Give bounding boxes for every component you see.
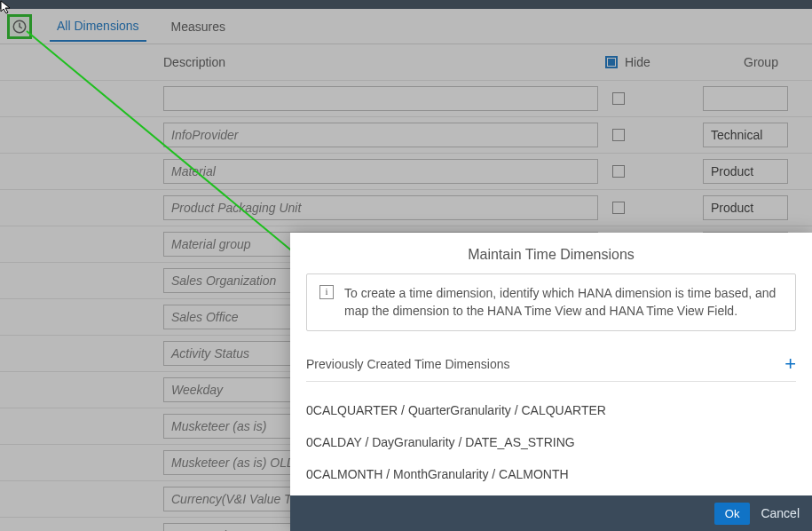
dialog-footer: Ok Cancel [290, 495, 812, 531]
group-select[interactable]: Technical [703, 123, 788, 147]
description-input[interactable]: InfoProvider [163, 123, 598, 147]
info-message: i To create a time dimension, identify w… [306, 273, 796, 331]
cancel-button[interactable]: Cancel [761, 506, 800, 520]
maintain-time-dimensions-dialog: Maintain Time Dimensions i To create a t… [290, 233, 812, 531]
column-header-hide-label: Hide [625, 55, 650, 69]
add-time-dimension-button[interactable]: + [784, 354, 796, 374]
tab-measures[interactable]: Measures [164, 12, 233, 41]
time-dimension-button[interactable] [7, 14, 32, 39]
dialog-title: Maintain Time Dimensions [290, 233, 812, 273]
window-titlebar [0, 0, 812, 9]
table-row: Product Packaging Unit Product [0, 189, 812, 226]
ok-button[interactable]: Ok [714, 503, 751, 525]
column-header-group: Group [710, 55, 812, 69]
group-select[interactable] [703, 86, 788, 111]
list-item[interactable]: 0CALQUARTER / QuarterGranularity / CALQU… [306, 394, 796, 426]
table-row: Material Product [0, 153, 812, 189]
table-row: InfoProvider Technical [0, 116, 812, 153]
app-root: All Dimensions Measures Description Hide… [0, 0, 812, 531]
description-input[interactable]: Material [163, 159, 598, 184]
hide-checkbox[interactable] [612, 92, 625, 105]
list-item[interactable]: 0CALDAY / DayGranularity / DATE_AS_STRIN… [306, 426, 796, 458]
description-input[interactable] [163, 86, 598, 111]
list-item[interactable]: 0CALMONTH / MonthGranularity / CALMONTH [306, 458, 796, 490]
column-header-hide[interactable]: Hide [605, 55, 710, 69]
description-input[interactable]: Product Packaging Unit [163, 195, 598, 220]
time-dimensions-list: 0CALQUARTER / QuarterGranularity / CALQU… [290, 391, 812, 494]
group-select[interactable]: Product [703, 159, 788, 184]
info-text: To create a time dimension, identify whi… [344, 285, 783, 320]
hide-checkbox[interactable] [612, 202, 625, 214]
group-select[interactable]: Product [703, 195, 788, 220]
section-label: Previously Created Time Dimensions [306, 357, 510, 371]
hide-all-checkbox[interactable] [605, 56, 618, 68]
hide-checkbox[interactable] [612, 129, 625, 141]
tabs-row: All Dimensions Measures [0, 9, 812, 44]
table-row [0, 80, 812, 116]
column-headers: Description Hide Group [0, 44, 812, 80]
info-icon: i [319, 285, 334, 299]
tab-all-dimensions[interactable]: All Dimensions [50, 12, 146, 42]
clock-icon [12, 19, 28, 35]
hide-checkbox[interactable] [612, 165, 625, 178]
column-header-description: Description [163, 55, 605, 69]
previously-created-section: Previously Created Time Dimensions + [306, 354, 796, 382]
